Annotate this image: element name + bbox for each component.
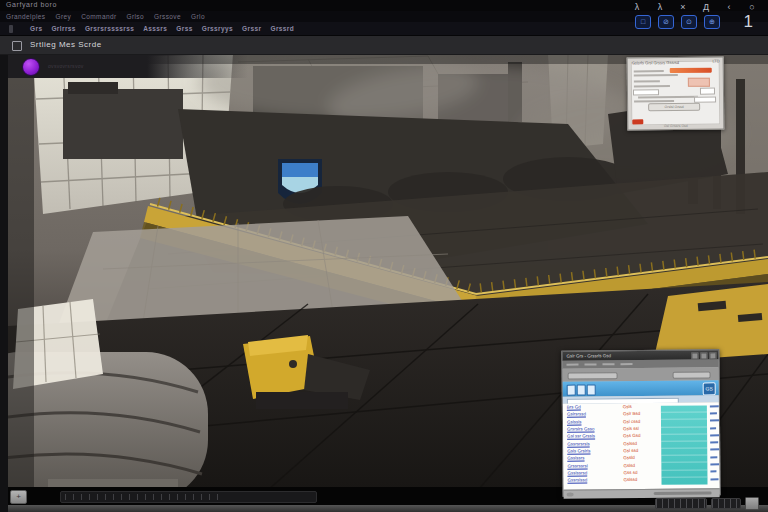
- layer-label: ovsvovrsrsvov: [48, 63, 84, 69]
- row-bar: [710, 434, 719, 436]
- row-value: Gslssd: [623, 477, 637, 482]
- row-bar: [710, 449, 719, 451]
- rotate-tool-icon[interactable]: ‹: [723, 1, 735, 13]
- menu-item[interactable]: Grs: [30, 25, 42, 32]
- row-value: Gslssd: [623, 441, 637, 446]
- row-value: Gslr Bsd: [623, 411, 640, 416]
- menu-item[interactable]: Grss: [176, 25, 192, 32]
- browser-content: Brs Gd Gsls Gslrsrssd Gslr Bsd Gslssls G…: [563, 402, 720, 489]
- row-bar: [710, 420, 720, 422]
- menu-stub[interactable]: [566, 364, 578, 366]
- text-line: [634, 70, 664, 72]
- browser-banner: GS: [563, 380, 719, 396]
- panel-icon-4[interactable]: ⊕: [704, 15, 720, 29]
- row-link[interactable]: Gsslssrs: [567, 456, 584, 461]
- window-buttons: [691, 352, 716, 359]
- panel-icon-row: □ ⊘ ⊙ ⊕: [635, 15, 720, 29]
- browser-title: Gslr Grs - Grssrls Gsd: [566, 353, 611, 358]
- count-badge: 1: [744, 12, 753, 32]
- menu-item[interactable]: Grandelples: [6, 13, 45, 20]
- menu-item[interactable]: Grssove: [154, 13, 181, 20]
- row-value: Gsl ssd: [623, 448, 638, 453]
- menu-item[interactable]: Grlrrss: [51, 25, 75, 32]
- scrub-control[interactable]: [711, 498, 741, 509]
- menu-item[interactable]: Commandr: [81, 13, 116, 20]
- row-link[interactable]: Grsrslrs Gsso: [567, 426, 595, 431]
- row-value: Gsls ssl: [623, 426, 639, 431]
- horizontal-scrollbar[interactable]: [654, 491, 712, 495]
- menu-item[interactable]: Grssryys: [202, 25, 233, 32]
- menu-item[interactable]: Grey: [55, 13, 71, 20]
- tool-icon-row: λ λ × Д ‹ ○: [631, 1, 758, 13]
- row-bar: [710, 463, 719, 465]
- panel-icon-1[interactable]: □: [635, 15, 651, 29]
- text-line: [634, 80, 660, 82]
- menu-item[interactable]: Grssrd: [270, 25, 294, 32]
- dialog-action-button[interactable]: Grslsl Grssd: [648, 103, 700, 112]
- row-link[interactable]: Brs Gd: [567, 405, 581, 410]
- dialog-footer: Gsl Grssrs Gsd: [628, 124, 723, 129]
- scrub-control[interactable]: [655, 498, 707, 509]
- panel-icon-3[interactable]: ⊙: [681, 15, 697, 29]
- row-value: Gslsd: [623, 463, 635, 468]
- dialog-title: Gslsrls Grsl Grssrs Gssrsd: [632, 60, 679, 65]
- maximize-icon[interactable]: [700, 352, 707, 359]
- left-sidebar[interactable]: [0, 36, 8, 512]
- add-button[interactable]: +: [10, 490, 27, 504]
- row-link[interactable]: Gssrslssd: [567, 478, 587, 483]
- menu-item[interactable]: Asssrs: [143, 25, 167, 32]
- toolbar-pill[interactable]: [673, 371, 711, 378]
- row-link[interactable]: Gslrsrssd: [567, 412, 586, 417]
- input-field[interactable]: [700, 88, 715, 95]
- minimize-icon[interactable]: [691, 352, 698, 359]
- tab-scene[interactable]: Srtlieg Mes Scrde: [30, 40, 102, 49]
- row-link[interactable]: Gsl ssr Grssls: [567, 434, 595, 439]
- toolbar-pill[interactable]: [568, 372, 618, 379]
- avatar[interactable]: [22, 58, 40, 76]
- row-bar: [710, 441, 718, 443]
- row-bar: [710, 405, 719, 407]
- floating-browser-window[interactable]: Gslr Grs - Grssrls Gsd GS: [561, 349, 720, 496]
- menu-item[interactable]: Grssr: [242, 25, 261, 32]
- options-button[interactable]: [745, 497, 759, 510]
- pen-tool-icon[interactable]: λ: [654, 1, 666, 13]
- menu-item[interactable]: Grlo: [191, 13, 205, 20]
- panel-icon-2[interactable]: ⊘: [658, 15, 674, 29]
- status-strip: [0, 505, 768, 512]
- menu-stub[interactable]: [584, 363, 596, 365]
- dialog-red-button[interactable]: [632, 119, 643, 124]
- layer-toolbar: ovsvovrsrsvov: [8, 54, 248, 78]
- close-tool-icon[interactable]: ×: [677, 1, 689, 13]
- row-link[interactable]: Gsls Grslrls: [567, 448, 590, 453]
- row-link[interactable]: Grssrssrsl: [567, 463, 587, 468]
- row-bar: [710, 471, 716, 473]
- menu-item[interactable]: Grlso: [127, 13, 145, 20]
- tab-bar: Srtlieg Mes Scrde: [0, 36, 768, 55]
- row-value: Gsl cssd: [623, 419, 640, 424]
- move-tool-icon[interactable]: λ: [631, 1, 643, 13]
- drag-handle[interactable]: [9, 25, 13, 33]
- type-tool-icon[interactable]: Д: [700, 1, 712, 13]
- row-value: Gss sd: [623, 470, 637, 475]
- banner-badge: GS: [703, 382, 716, 395]
- status-icon: [567, 493, 574, 497]
- banner-icon[interactable]: [567, 385, 576, 396]
- browser-title-bar[interactable]: Gslr Grs - Grssrls Gsd: [562, 350, 718, 360]
- timeline-field[interactable]: [60, 491, 317, 503]
- row-link[interactable]: Gslssls: [567, 419, 582, 424]
- floating-dialog[interactable]: Gslsrls Grsl Grssrs Gssrsd LTD Grslsl Gr…: [627, 56, 725, 130]
- row-link[interactable]: Gsslssrsd: [567, 470, 587, 475]
- banner-icon[interactable]: [587, 384, 596, 395]
- timeline-ticks: [65, 494, 225, 500]
- grid-icon: [12, 41, 22, 51]
- menu-stub[interactable]: [602, 363, 614, 365]
- close-icon[interactable]: [709, 352, 716, 359]
- row-link[interactable]: Gssrsrsrsls: [567, 441, 590, 446]
- row-bar: [710, 412, 717, 414]
- table-row: Gssrslssd Gslssd: [563, 475, 719, 484]
- row-bar: [710, 478, 718, 480]
- banner-icon[interactable]: [577, 384, 586, 395]
- menu-stub[interactable]: [620, 363, 632, 365]
- menu-item[interactable]: Grsrsrssssrss: [85, 25, 134, 32]
- input-field[interactable]: [633, 89, 659, 95]
